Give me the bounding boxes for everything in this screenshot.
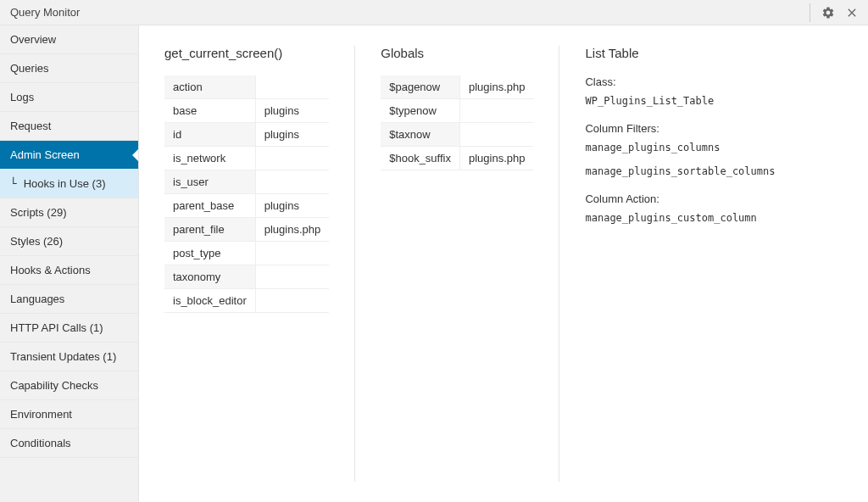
cell-key: taxonomy [164, 265, 255, 289]
cell-value [255, 265, 329, 289]
sidebar-item-label: Hooks & Actions [10, 264, 91, 276]
cell-key: is_user [164, 170, 255, 194]
sidebar-item-overview[interactable]: Overview [0, 25, 138, 54]
filter-value: manage_plugins_sortable_columns [585, 165, 775, 177]
table-row: parent_baseplugins [164, 194, 329, 218]
sidebar-item-styles[interactable]: Styles (26) [0, 227, 138, 256]
gear-icon [821, 6, 835, 20]
globals-table: $pagenowplugins.php $typenow $taxnow $ho… [381, 75, 533, 170]
class-value: WP_Plugins_List_Table [585, 95, 775, 107]
cell-value [255, 147, 329, 170]
cell-key: post_type [164, 242, 255, 265]
sidebar-item-hooks-in-use[interactable]: Hooks in Use (3) [0, 170, 138, 198]
sidebar-item-capability-checks[interactable]: Capability Checks [0, 371, 138, 400]
column-globals: Globals $pagenowplugins.php $typenow $ta… [354, 46, 559, 482]
cell-key: parent_file [164, 218, 255, 242]
sidebar-item-http-api-calls[interactable]: HTTP API Calls (1) [0, 314, 138, 343]
header-divider [810, 3, 810, 22]
sidebar-item-queries[interactable]: Queries [0, 54, 138, 83]
sidebar-item-scripts[interactable]: Scripts (29) [0, 198, 138, 227]
cell-value: plugins [255, 99, 329, 123]
column-get-current-screen: get_current_screen() action baseplugins … [164, 46, 354, 482]
panel-body: Overview Queries Logs Request Admin Scre… [0, 25, 868, 502]
cell-value [255, 242, 329, 265]
table-row: $pagenowplugins.php [381, 75, 533, 99]
cell-value [459, 99, 533, 123]
sidebar-item-label: Queries [10, 62, 49, 75]
sidebar-item-label: Capability Checks [10, 379, 98, 392]
column-title: get_current_screen() [164, 46, 329, 60]
sidebar-item-label: Overview [10, 33, 56, 46]
table-row: is_network [164, 147, 329, 170]
sidebar: Overview Queries Logs Request Admin Scre… [0, 25, 139, 502]
sidebar-item-languages[interactable]: Languages [0, 285, 138, 314]
sidebar-item-admin-screen[interactable]: Admin Screen [0, 141, 138, 170]
sidebar-item-label: HTTP API Calls (1) [10, 321, 103, 334]
table-row: is_block_editor [164, 289, 329, 313]
cell-value: plugins.php [459, 75, 533, 99]
table-row: action [164, 75, 329, 99]
sidebar-item-label: Environment [10, 408, 72, 421]
column-title: Globals [381, 46, 533, 60]
sidebar-item-label: Styles (26) [10, 235, 63, 248]
cell-key: is_block_editor [164, 289, 255, 313]
table-row: idplugins [164, 123, 329, 147]
table-row: $typenow [381, 99, 533, 123]
table-row: $taxnow [381, 123, 533, 147]
table-row: post_type [164, 242, 329, 265]
table-row: $hook_suffixplugins.php [381, 147, 533, 170]
sidebar-item-environment[interactable]: Environment [0, 400, 138, 429]
cell-value [459, 123, 533, 147]
cell-value: plugins [255, 123, 329, 147]
cell-key: $pagenow [381, 75, 459, 99]
screen-table: action baseplugins idplugins is_network … [164, 75, 329, 313]
panel-header: Query Monitor [0, 0, 868, 25]
cell-value [255, 170, 329, 194]
sidebar-item-conditionals[interactable]: Conditionals [0, 429, 138, 458]
table-row: taxonomy [164, 265, 329, 289]
sidebar-item-label: Logs [10, 91, 34, 103]
action-value: manage_plugins_custom_column [585, 212, 775, 224]
header-actions [806, 3, 861, 22]
sidebar-item-logs[interactable]: Logs [0, 83, 138, 112]
sidebar-item-label: Admin Screen [10, 148, 80, 161]
close-button[interactable] [843, 3, 861, 22]
cell-key: id [164, 123, 255, 147]
table-row: parent_fileplugins.php [164, 218, 329, 242]
cell-key: base [164, 99, 255, 123]
cell-value: plugins [255, 194, 329, 218]
cell-key: $hook_suffix [381, 147, 459, 170]
cell-value [255, 289, 329, 313]
column-list-table: List Table Class: WP_Plugins_List_Table … [559, 46, 800, 482]
cell-key: $typenow [381, 99, 459, 123]
action-label: Column Action: [585, 192, 775, 205]
cell-value [255, 75, 329, 99]
panel-title: Query Monitor [10, 6, 80, 19]
query-monitor-panel: Query Monitor Overview Queries Logs Requ… [0, 0, 868, 502]
settings-button[interactable] [819, 3, 837, 22]
cell-value: plugins.php [255, 218, 329, 242]
sidebar-item-label: Hooks in Use (3) [24, 177, 106, 190]
class-label: Class: [585, 75, 775, 88]
table-row: is_user [164, 170, 329, 194]
sidebar-item-label: Conditionals [10, 437, 71, 449]
filter-value: manage_plugins_columns [585, 142, 775, 153]
sidebar-item-label: Transient Updates (1) [10, 350, 116, 363]
table-row: baseplugins [164, 99, 329, 123]
sidebar-item-hooks-actions[interactable]: Hooks & Actions [0, 256, 138, 285]
filters-label: Column Filters: [585, 122, 775, 135]
sidebar-item-transient-updates[interactable]: Transient Updates (1) [0, 343, 138, 371]
cell-key: $taxnow [381, 123, 459, 147]
cell-key: parent_base [164, 194, 255, 218]
sidebar-item-label: Languages [10, 293, 64, 305]
close-icon [845, 6, 859, 20]
sidebar-item-label: Scripts (29) [10, 206, 66, 219]
cell-key: is_network [164, 147, 255, 170]
sidebar-item-request[interactable]: Request [0, 112, 138, 141]
content-area: get_current_screen() action baseplugins … [139, 25, 868, 502]
cell-key: action [164, 75, 255, 99]
sidebar-item-label: Request [10, 120, 51, 132]
column-title: List Table [585, 46, 775, 60]
cell-value: plugins.php [459, 147, 533, 170]
